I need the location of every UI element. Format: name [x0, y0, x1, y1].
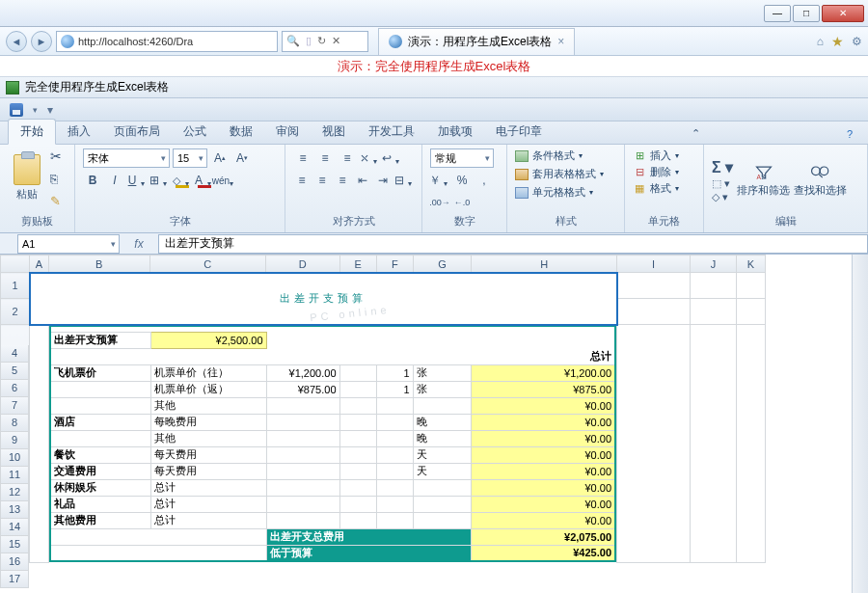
table-row[interactable]: 交通费用每天费用天¥0.00 — [50, 463, 615, 479]
merge-cells-icon[interactable]: ⊟ — [394, 171, 414, 190]
blank-cell[interactable] — [339, 496, 376, 512]
qty-cell[interactable] — [376, 463, 413, 479]
sort-filter-button[interactable]: AZ 排序和筛选 — [737, 164, 790, 198]
subtotal-cell[interactable]: ¥0.00 — [471, 397, 615, 414]
row-header[interactable]: 9 — [0, 432, 29, 449]
browser-tab[interactable]: 演示：用程序生成Excel表格 × — [378, 28, 575, 55]
vertical-scrollbar[interactable] — [852, 255, 868, 593]
qty-cell[interactable] — [376, 446, 413, 463]
autosum-icon[interactable]: Σ ▾ — [712, 158, 733, 176]
desc-cell[interactable]: 每天费用 — [150, 446, 266, 463]
budget-label[interactable]: 出差开支预算 — [50, 332, 150, 348]
row-header[interactable]: 12 — [0, 484, 29, 501]
home-icon[interactable]: ⌂ — [817, 35, 824, 48]
table-row[interactable]: 其他晚¥0.00 — [50, 430, 615, 446]
close-button[interactable]: ✕ — [822, 5, 864, 22]
wrap-text-icon[interactable]: ↩ — [382, 148, 401, 168]
budget-amount[interactable]: ¥2,500.00 — [150, 332, 266, 348]
category-cell[interactable]: 礼品 — [50, 496, 150, 512]
total-header[interactable]: 总计 — [471, 348, 615, 364]
favorites-icon[interactable]: ★ — [831, 34, 844, 49]
row-header[interactable]: 16 — [0, 553, 29, 571]
tools-icon[interactable]: ⚙ — [852, 35, 862, 48]
blank-cell[interactable] — [339, 463, 376, 479]
name-box[interactable]: A1 — [17, 234, 120, 254]
title-cell[interactable]: 出差开支预算 PC online — [30, 273, 617, 325]
unit-cell[interactable]: 晚 — [413, 414, 471, 430]
category-cell[interactable]: 飞机票价 — [50, 364, 150, 381]
currency-icon[interactable]: ￥ — [430, 171, 449, 190]
ribbon-collapse-icon[interactable]: ⌃ — [684, 123, 708, 144]
row-header[interactable]: 1 — [1, 273, 30, 299]
minimize-button[interactable]: — — [764, 5, 791, 22]
cut-icon[interactable]: ✂ — [50, 148, 62, 164]
row-header[interactable]: 8 — [0, 415, 29, 432]
blank-cell[interactable] — [339, 512, 376, 528]
col-header[interactable]: K — [737, 256, 766, 273]
forward-button[interactable]: ► — [31, 31, 52, 52]
qty-cell[interactable] — [376, 430, 413, 446]
ribbon-tab-layout[interactable]: 页面布局 — [102, 120, 172, 144]
col-header[interactable]: B — [49, 256, 150, 273]
row-header[interactable]: 13 — [0, 501, 29, 519]
format-cells-button[interactable]: ▦格式▾ — [633, 181, 679, 196]
unit-cell[interactable]: 天 — [413, 463, 471, 479]
table-row[interactable]: 餐饮每天费用天¥0.00 — [50, 446, 615, 463]
format-as-table-button[interactable]: 套用表格格式▾ — [515, 167, 604, 181]
fill-icon[interactable]: ⬚ ▾ — [712, 177, 733, 190]
price-cell[interactable] — [266, 496, 339, 512]
blank-cell[interactable] — [339, 446, 376, 463]
category-cell[interactable]: 休闲娱乐 — [50, 479, 150, 496]
subtotal-cell[interactable]: ¥0.00 — [471, 479, 615, 496]
row-header[interactable]: 4 — [0, 345, 29, 363]
col-header[interactable]: G — [413, 256, 471, 273]
price-cell[interactable] — [266, 414, 339, 430]
delete-cells-button[interactable]: ⊟删除▾ — [633, 165, 679, 179]
unit-cell[interactable]: 晚 — [413, 430, 471, 446]
format-painter-icon[interactable]: ✎ — [50, 194, 62, 208]
row-header[interactable]: 7 — [0, 397, 29, 415]
grand-total-value[interactable]: ¥2,075.00 — [471, 528, 615, 545]
row-header[interactable]: 6 — [0, 380, 29, 397]
price-cell[interactable] — [266, 397, 339, 414]
category-cell[interactable] — [50, 381, 150, 397]
qty-cell[interactable] — [376, 479, 413, 496]
select-all-corner[interactable] — [1, 256, 30, 273]
qty-cell[interactable] — [376, 414, 413, 430]
indent-inc-icon[interactable]: ⇥ — [374, 171, 392, 190]
insert-cells-button[interactable]: ⊞插入▾ — [633, 148, 679, 163]
ribbon-tab-home[interactable]: 开始 — [8, 119, 56, 145]
address-bar[interactable]: http://localhost:4260/Dra — [56, 31, 278, 52]
spreadsheet-grid[interactable]: A B C D E F G H I J K 1 出差开支预算 PC online… — [0, 255, 868, 593]
font-size-select[interactable]: 15 — [173, 148, 207, 168]
price-cell[interactable] — [266, 446, 339, 463]
ribbon-tab-review[interactable]: 审阅 — [264, 120, 311, 144]
col-header[interactable]: E — [339, 256, 376, 273]
row-header[interactable]: 2 — [1, 299, 30, 325]
grow-font-icon[interactable]: A▴ — [210, 148, 230, 168]
category-cell[interactable]: 酒店 — [50, 414, 150, 430]
formula-input[interactable]: 出差开支预算 — [158, 234, 868, 254]
unit-cell[interactable]: 张 — [413, 381, 471, 397]
align-center-icon[interactable]: ≡ — [313, 171, 331, 190]
qat-print-icon[interactable]: ▾ — [47, 103, 53, 117]
stop-icon[interactable]: ✕ — [332, 35, 340, 47]
category-cell[interactable] — [50, 430, 150, 446]
col-header[interactable]: D — [266, 256, 339, 273]
category-cell[interactable]: 餐饮 — [50, 446, 150, 463]
qty-cell[interactable] — [376, 397, 413, 414]
qty-cell[interactable]: 1 — [376, 381, 413, 397]
table-row[interactable]: 休闲娱乐总计¥0.00 — [50, 479, 615, 496]
align-bottom-icon[interactable]: ≡ — [338, 148, 357, 168]
desc-cell[interactable]: 总计 — [150, 512, 266, 528]
price-cell[interactable] — [266, 430, 339, 446]
search-box[interactable]: 🔍 ▯ ↻ ✕ — [282, 31, 368, 52]
row-header[interactable]: 15 — [0, 536, 29, 553]
desc-cell[interactable]: 总计 — [150, 496, 266, 512]
col-header[interactable]: F — [376, 256, 413, 273]
maximize-button[interactable]: □ — [793, 5, 820, 22]
qty-cell[interactable] — [376, 512, 413, 528]
ribbon-tab-insert[interactable]: 插入 — [56, 120, 102, 144]
align-top-icon[interactable]: ≡ — [293, 148, 312, 168]
fx-icon[interactable]: fx — [120, 237, 158, 251]
